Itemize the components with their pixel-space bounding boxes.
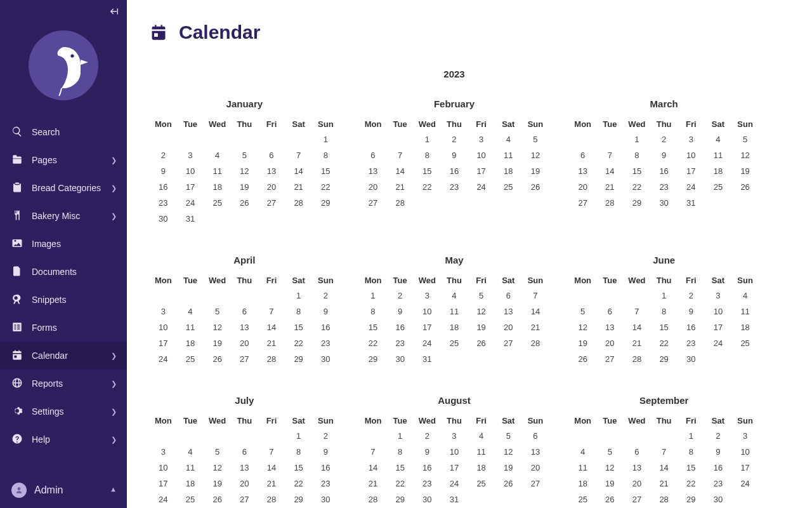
calendar-day-cell[interactable]: 15 — [360, 319, 387, 335]
calendar-day-cell[interactable]: 22 — [312, 179, 339, 195]
calendar-day-cell[interactable]: 1 — [386, 428, 414, 444]
calendar-day-cell[interactable]: 16 — [705, 460, 732, 476]
calendar-day-cell[interactable]: 14 — [522, 304, 549, 319]
calendar-day-cell[interactable]: 25 — [177, 491, 204, 507]
calendar-day-cell[interactable]: 28 — [522, 335, 549, 351]
calendar-day-cell[interactable]: 26 — [569, 351, 596, 367]
calendar-day-cell[interactable]: 29 — [312, 195, 339, 211]
calendar-day-cell[interactable]: 29 — [285, 351, 312, 367]
calendar-day-cell[interactable]: 18 — [705, 163, 732, 179]
calendar-day-cell[interactable]: 5 — [204, 304, 231, 319]
calendar-day-cell[interactable]: 1 — [414, 131, 441, 147]
sidebar-collapse-button[interactable] — [109, 6, 119, 19]
calendar-day-cell[interactable]: 1 — [285, 428, 312, 444]
calendar-day-cell[interactable]: 2 — [650, 131, 678, 147]
calendar-day-cell[interactable]: 22 — [285, 476, 312, 491]
calendar-day-cell[interactable]: 30 — [312, 351, 339, 367]
calendar-day-cell[interactable]: 29 — [360, 351, 387, 367]
calendar-day-cell[interactable]: 22 — [678, 476, 705, 491]
calendar-day-cell[interactable]: 16 — [414, 460, 441, 476]
calendar-day-cell[interactable]: 16 — [312, 319, 339, 335]
calendar-day-cell[interactable]: 23 — [678, 335, 705, 351]
calendar-day-cell[interactable]: 13 — [231, 460, 258, 476]
calendar-day-cell[interactable]: 24 — [678, 179, 705, 195]
calendar-day-cell[interactable]: 17 — [441, 460, 468, 476]
calendar-day-cell[interactable]: 20 — [522, 460, 549, 476]
calendar-day-cell[interactable]: 12 — [495, 444, 522, 460]
calendar-day-cell[interactable]: 2 — [441, 131, 468, 147]
calendar-day-cell[interactable]: 20 — [258, 179, 285, 195]
calendar-day-cell[interactable]: 13 — [360, 163, 387, 179]
calendar-day-cell[interactable]: 27 — [495, 335, 522, 351]
calendar-day-cell[interactable]: 3 — [414, 288, 441, 304]
calendar-day-cell[interactable]: 6 — [231, 444, 258, 460]
calendar-day-cell[interactable]: 4 — [731, 288, 759, 304]
calendar-day-cell[interactable]: 15 — [285, 460, 312, 476]
calendar-day-cell[interactable]: 3 — [441, 428, 468, 444]
calendar-day-cell[interactable]: 12 — [569, 319, 596, 335]
calendar-day-cell[interactable]: 19 — [596, 476, 624, 491]
calendar-day-cell[interactable]: 26 — [522, 179, 549, 195]
calendar-day-cell[interactable]: 31 — [678, 195, 705, 211]
calendar-day-cell[interactable]: 3 — [678, 131, 705, 147]
calendar-day-cell[interactable]: 2 — [386, 288, 414, 304]
calendar-day-cell[interactable]: 22 — [624, 179, 651, 195]
calendar-day-cell[interactable]: 15 — [650, 319, 678, 335]
calendar-day-cell[interactable]: 24 — [705, 335, 732, 351]
calendar-day-cell[interactable]: 8 — [650, 304, 678, 319]
calendar-day-cell[interactable]: 11 — [569, 460, 596, 476]
sidebar-item-search[interactable]: Search — [0, 118, 127, 146]
calendar-day-cell[interactable]: 21 — [522, 319, 549, 335]
calendar-day-cell[interactable]: 4 — [177, 444, 204, 460]
calendar-day-cell[interactable]: 14 — [650, 460, 678, 476]
calendar-day-cell[interactable]: 16 — [650, 163, 678, 179]
calendar-day-cell[interactable]: 25 — [177, 351, 204, 367]
calendar-day-cell[interactable]: 4 — [468, 428, 495, 444]
calendar-day-cell[interactable]: 21 — [360, 476, 387, 491]
calendar-day-cell[interactable]: 15 — [386, 460, 414, 476]
calendar-day-cell[interactable]: 13 — [258, 163, 285, 179]
calendar-day-cell[interactable]: 12 — [522, 147, 549, 163]
calendar-day-cell[interactable]: 30 — [150, 211, 177, 227]
calendar-day-cell[interactable]: 22 — [414, 179, 441, 195]
calendar-day-cell[interactable]: 5 — [468, 288, 495, 304]
calendar-day-cell[interactable]: 12 — [468, 304, 495, 319]
calendar-day-cell[interactable]: 28 — [360, 491, 387, 507]
calendar-day-cell[interactable]: 28 — [596, 195, 624, 211]
calendar-day-cell[interactable]: 5 — [569, 304, 596, 319]
calendar-day-cell[interactable]: 19 — [495, 460, 522, 476]
calendar-day-cell[interactable]: 6 — [624, 444, 651, 460]
calendar-day-cell[interactable]: 5 — [204, 444, 231, 460]
calendar-day-cell[interactable]: 23 — [441, 179, 468, 195]
calendar-day-cell[interactable]: 15 — [285, 319, 312, 335]
calendar-day-cell[interactable]: 10 — [678, 147, 705, 163]
calendar-day-cell[interactable]: 25 — [495, 179, 522, 195]
calendar-day-cell[interactable]: 7 — [360, 444, 387, 460]
calendar-day-cell[interactable]: 27 — [596, 351, 624, 367]
calendar-day-cell[interactable]: 26 — [468, 335, 495, 351]
calendar-day-cell[interactable]: 29 — [386, 491, 414, 507]
calendar-day-cell[interactable]: 25 — [441, 335, 468, 351]
sidebar-item-documents[interactable]: Documents — [0, 258, 127, 286]
calendar-day-cell[interactable]: 24 — [414, 335, 441, 351]
calendar-day-cell[interactable]: 19 — [522, 163, 549, 179]
calendar-day-cell[interactable]: 16 — [386, 319, 414, 335]
calendar-day-cell[interactable]: 15 — [624, 163, 651, 179]
calendar-day-cell[interactable]: 24 — [731, 476, 759, 491]
calendar-day-cell[interactable]: 1 — [285, 288, 312, 304]
calendar-day-cell[interactable]: 13 — [624, 460, 651, 476]
calendar-day-cell[interactable]: 30 — [650, 195, 678, 211]
calendar-day-cell[interactable]: 19 — [204, 335, 231, 351]
calendar-day-cell[interactable]: 25 — [468, 476, 495, 491]
calendar-day-cell[interactable]: 23 — [386, 335, 414, 351]
calendar-day-cell[interactable]: 1 — [650, 288, 678, 304]
calendar-day-cell[interactable]: 13 — [596, 319, 624, 335]
calendar-day-cell[interactable]: 2 — [678, 288, 705, 304]
calendar-day-cell[interactable]: 3 — [150, 304, 177, 319]
calendar-day-cell[interactable]: 28 — [624, 351, 651, 367]
calendar-day-cell[interactable]: 26 — [204, 491, 231, 507]
calendar-day-cell[interactable]: 23 — [414, 476, 441, 491]
calendar-day-cell[interactable]: 12 — [731, 147, 759, 163]
calendar-day-cell[interactable]: 4 — [495, 131, 522, 147]
calendar-day-cell[interactable]: 17 — [414, 319, 441, 335]
